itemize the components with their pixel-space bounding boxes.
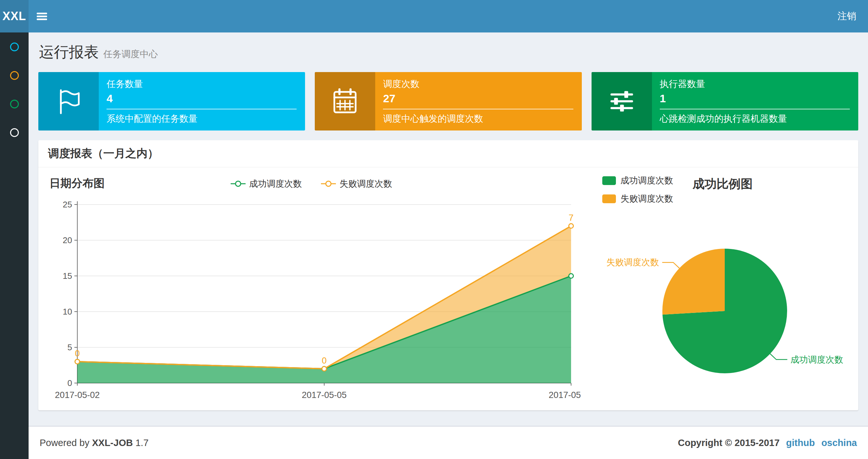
info-box-body: 执行器数量 1 心跳检测成功的执行器机器数量 bbox=[652, 72, 858, 131]
oschina-link[interactable]: oschina bbox=[821, 437, 857, 448]
sidebar bbox=[0, 32, 29, 459]
date-distribution-area-chart: 05101520252017-05-022017-05-052017-05-08… bbox=[41, 195, 581, 410]
info-box-row: 任务数量 4 系统中配置的任务数量 调度次数 27 调度中心 bbox=[38, 72, 858, 131]
circle-icon bbox=[10, 42, 19, 51]
hamburger-icon bbox=[36, 11, 48, 21]
pie-legend-item-success[interactable]: 成功调度次数 bbox=[602, 175, 673, 186]
copyright-text: Copyright © 2015-2017 bbox=[678, 437, 780, 448]
content-header: 运行报表任务调度中心 bbox=[29, 32, 868, 62]
flag-icon bbox=[38, 72, 99, 131]
powered-by-text: Powered by XXL-JOB 1.7 bbox=[40, 437, 149, 448]
info-box-triggers: 调度次数 27 调度中心触发的调度次数 bbox=[315, 72, 582, 131]
info-box-label: 执行器数量 bbox=[660, 78, 850, 90]
line-legend-marker-icon bbox=[230, 179, 246, 188]
info-box-description: 系统中配置的任务数量 bbox=[106, 112, 297, 125]
info-box-divider bbox=[106, 109, 297, 109]
circle-icon bbox=[10, 128, 19, 137]
product-name: XXL-JOB bbox=[92, 437, 133, 448]
panel-header: 调度报表（一月之内） bbox=[38, 140, 858, 167]
legend-label: 成功调度次数 bbox=[249, 178, 302, 190]
svg-text:5: 5 bbox=[68, 342, 72, 352]
svg-text:15: 15 bbox=[63, 271, 72, 281]
svg-text:2017-05-02: 2017-05-02 bbox=[55, 390, 100, 400]
app-logo[interactable]: XXL bbox=[0, 0, 29, 32]
sidebar-item-3[interactable] bbox=[0, 90, 29, 118]
circle-icon bbox=[10, 71, 19, 80]
svg-text:10: 10 bbox=[63, 307, 72, 317]
info-box-description: 心跳检测成功的执行器机器数量 bbox=[660, 112, 850, 125]
info-box-jobs: 任务数量 4 系统中配置的任务数量 bbox=[38, 72, 305, 131]
success-ratio-pie-chart: 成功调度次数失败调度次数 bbox=[578, 188, 848, 408]
svg-text:2017-05-05: 2017-05-05 bbox=[302, 390, 347, 400]
sidebar-item-4[interactable] bbox=[0, 118, 29, 147]
legend-item-success[interactable]: 成功调度次数 bbox=[230, 178, 302, 190]
svg-text:0: 0 bbox=[321, 356, 327, 365]
main-content: 运行报表任务调度中心 任务数量 4 系统中配置的任务数量 bbox=[29, 32, 868, 459]
svg-text:0: 0 bbox=[75, 349, 80, 358]
info-box-label: 任务数量 bbox=[106, 78, 297, 90]
page-title: 运行报表 bbox=[39, 43, 99, 60]
panel-body: 日期分布图 成功调度次数 失败调度次数 051015 bbox=[38, 167, 858, 410]
logout-button[interactable]: 注销 bbox=[826, 0, 868, 32]
github-link[interactable]: github bbox=[786, 437, 815, 448]
svg-text:7: 7 bbox=[568, 213, 574, 223]
panel-title: 调度报表（一月之内） bbox=[48, 146, 158, 161]
footer: Powered by XXL-JOB 1.7 Copyright © 2015-… bbox=[29, 426, 868, 459]
info-box-body: 调度次数 27 调度中心触发的调度次数 bbox=[375, 72, 582, 131]
info-box-value: 27 bbox=[383, 92, 573, 105]
sidebar-toggle-button[interactable] bbox=[29, 0, 55, 32]
page-subtitle: 任务调度中心 bbox=[103, 49, 158, 59]
legend-label: 成功调度次数 bbox=[620, 175, 673, 186]
info-box-divider bbox=[383, 109, 573, 109]
report-panel: 调度报表（一月之内） 日期分布图 成功调度次数 失败调度次数 bbox=[38, 140, 858, 410]
svg-text:0: 0 bbox=[68, 378, 72, 388]
line-chart-legend: 成功调度次数 失败调度次数 bbox=[38, 178, 584, 190]
svg-text:20: 20 bbox=[63, 235, 72, 245]
legend-label: 失败调度次数 bbox=[339, 178, 392, 190]
info-box-description: 调度中心触发的调度次数 bbox=[383, 112, 573, 125]
svg-text:2017-05-08: 2017-05-08 bbox=[549, 390, 581, 400]
circle-icon bbox=[10, 100, 19, 108]
sidebar-item-2[interactable] bbox=[0, 61, 29, 90]
info-box-body: 任务数量 4 系统中配置的任务数量 bbox=[99, 72, 305, 131]
svg-text:失败调度次数: 失败调度次数 bbox=[606, 257, 659, 267]
info-box-label: 调度次数 bbox=[383, 78, 573, 90]
svg-text:成功调度次数: 成功调度次数 bbox=[791, 355, 843, 364]
footer-right: Copyright © 2015-2017 github oschina bbox=[678, 437, 857, 448]
info-box-value: 4 bbox=[106, 92, 297, 105]
top-navbar: XXL 注销 bbox=[0, 0, 868, 32]
line-legend-marker-icon bbox=[321, 179, 336, 188]
sliders-icon bbox=[592, 72, 652, 131]
info-box-value: 1 bbox=[660, 92, 850, 105]
sidebar-item-1[interactable] bbox=[0, 32, 29, 61]
version-text: 1.7 bbox=[135, 437, 149, 448]
calendar-icon bbox=[315, 72, 375, 131]
svg-text:25: 25 bbox=[63, 200, 72, 209]
info-box-executors: 执行器数量 1 心跳检测成功的执行器机器数量 bbox=[592, 72, 858, 131]
legend-item-fail[interactable]: 失败调度次数 bbox=[321, 178, 392, 190]
success-swatch-icon bbox=[602, 176, 616, 185]
info-box-divider bbox=[660, 109, 850, 109]
